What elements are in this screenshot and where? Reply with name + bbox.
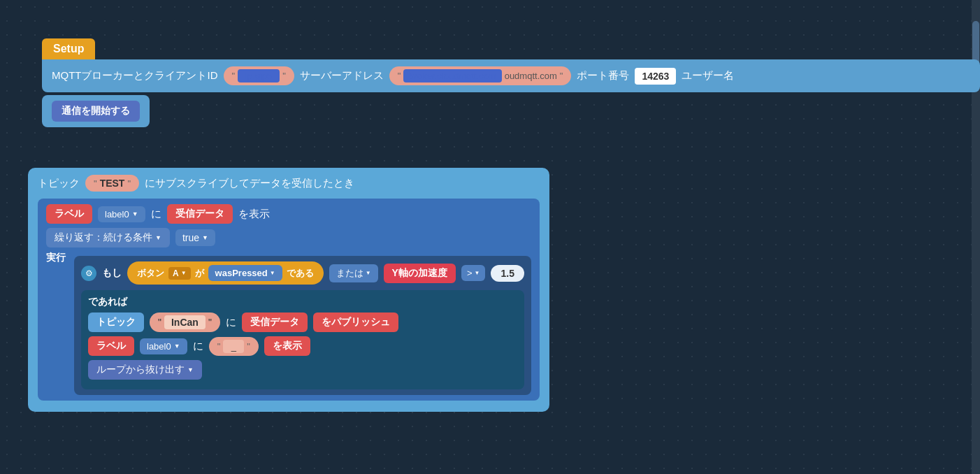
label-display-row: ラベル label0 に 受信データ を表示 <box>46 204 531 224</box>
accel-value[interactable]: 1.5 <box>491 265 524 282</box>
if-label: もし <box>102 267 122 280</box>
loop-break-row: ループから抜け出す <box>88 360 517 380</box>
subscribe-header: トピック " TEST " にサブスクライブしてデータを受信したとき <box>38 175 540 192</box>
port-value[interactable]: 14263 <box>635 68 676 85</box>
server-value: broker.cloudmqtt.com <box>403 69 501 82</box>
if-header: ⚙ もし ボタン A が wasPressed である または <box>81 261 524 285</box>
ni-text3: に <box>193 340 203 353</box>
subscribe-suffix: にサブスクライブしてデータを受信したとき <box>145 177 354 190</box>
server-label: サーバーアドレス <box>300 69 384 82</box>
setup-row: MQTTブローカーとクライアントID " lp.gjp5 " サーバーアドレス … <box>42 59 980 92</box>
repeat-row: 繰り返す：続ける条件 true <box>46 228 531 247</box>
server-domain: oudmqtt.com <box>505 71 557 81</box>
label0-dropdown2[interactable]: label0 <box>140 338 187 354</box>
client-id-block[interactable]: " lp.gjp5 " <box>224 66 294 85</box>
start-btn-row: 通信を開始する <box>42 95 150 127</box>
display-text: を表示 <box>238 208 270 221</box>
test-topic-value: TEST <box>100 178 125 189</box>
open-quote: " <box>232 71 236 81</box>
topic-prefix: トピック <box>38 177 80 190</box>
publish-row: トピック " InCan " に 受信データ をパブリッシュ <box>88 313 517 332</box>
client-id-value: lp.gjp5 <box>238 69 280 82</box>
setup-area: Setup MQTTブローカーとクライアントID " lp.gjp5 " サーバ… <box>42 38 980 127</box>
button-a-dropdown[interactable]: A <box>168 267 191 280</box>
blank-block[interactable]: " _ " <box>209 337 259 356</box>
label0-dropdown[interactable]: label0 <box>98 206 145 222</box>
label-display-row2: ラベル label0 に " _ " を表示 <box>88 336 517 356</box>
test-close-quote: " <box>127 178 131 189</box>
incan-open-quote: " <box>158 317 161 328</box>
true-block[interactable]: true <box>175 229 215 246</box>
condition-dropdown[interactable]: wasPressed <box>208 265 282 281</box>
incan-block[interactable]: " InCan " <box>150 313 220 332</box>
test-open-quote: " <box>94 178 97 189</box>
label-text: ラベル <box>46 204 92 224</box>
label-text2: ラベル <box>88 336 134 356</box>
user-label: ユーザー名 <box>682 69 734 82</box>
compare-block[interactable]: > <box>461 265 486 281</box>
close-quote: " <box>282 71 286 81</box>
port-label: ポート番号 <box>577 69 629 82</box>
execute-row: 実行 ⚙ もし ボタン A が <box>46 252 531 395</box>
publish-btn[interactable]: をパブリッシュ <box>313 313 398 332</box>
inner-block: ラベル label0 に 受信データ を表示 繰り返す：続ける条件 true 実… <box>38 199 540 401</box>
incan-close-quote: " <box>208 317 212 328</box>
mqtt-label: MQTTブローカーとクライアントID <box>52 69 218 82</box>
if-block-container: ⚙ もし ボタン A が wasPressed である または <box>74 252 531 395</box>
test-topic-block[interactable]: " TEST " <box>85 175 139 192</box>
button-block[interactable]: ボタン A が wasPressed である <box>127 261 324 285</box>
then-label: であれば <box>88 296 517 308</box>
server-open-quote: " <box>398 71 401 81</box>
server-close-quote: " <box>560 71 563 81</box>
blank-open-quote: " <box>217 341 221 352</box>
received-data-block[interactable]: 受信データ <box>167 204 233 224</box>
publish-received-data[interactable]: 受信データ <box>242 313 308 332</box>
blank-close-quote: " <box>247 341 250 352</box>
ni-text: に <box>151 208 161 221</box>
execute-label: 実行 <box>46 252 66 264</box>
blank-value: _ <box>223 340 244 353</box>
setup-label: Setup <box>42 38 95 59</box>
then-container: であれば トピック " InCan " に 受信データ <box>81 290 524 389</box>
subscribe-area: トピック " TEST " にサブスクライブしてデータを受信したとき ラベル l… <box>28 168 549 412</box>
incan-value: InCan <box>164 315 206 329</box>
accel-block[interactable]: Y軸の加速度 <box>384 264 456 283</box>
gear-icon[interactable]: ⚙ <box>81 266 96 281</box>
start-button[interactable]: 通信を開始する <box>52 101 140 122</box>
server-block[interactable]: " broker.cloudmqtt.com oudmqtt.com " <box>389 66 572 85</box>
loop-break-block[interactable]: ループから抜け出す <box>88 360 202 380</box>
repeat-block[interactable]: 繰り返す：続ける条件 <box>46 228 170 247</box>
display-block2[interactable]: を表示 <box>264 336 310 356</box>
or-block[interactable]: または <box>329 264 378 282</box>
topic-label: トピック <box>88 313 144 332</box>
subscribe-outer: トピック " TEST " にサブスクライブしてデータを受信したとき ラベル l… <box>28 168 549 412</box>
if-container: ⚙ もし ボタン A が wasPressed である または <box>74 256 531 395</box>
ni-text2: に <box>226 316 236 329</box>
